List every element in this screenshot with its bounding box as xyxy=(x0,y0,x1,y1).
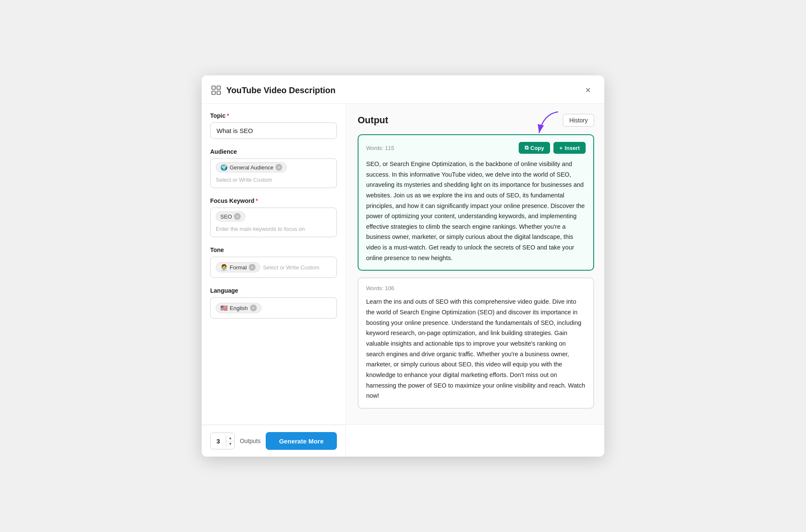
generate-button[interactable]: Generate More xyxy=(266,432,337,450)
focus-keyword-tag[interactable]: SEO × xyxy=(216,211,245,222)
focus-keyword-required-star: * xyxy=(256,197,258,204)
language-section: Language 🇺🇸 English × xyxy=(210,287,337,319)
tone-tag-emoji: 🧑‍💼 xyxy=(220,264,228,271)
audience-section: Audience 🌍 General Audience × Select or … xyxy=(210,148,337,188)
tone-placeholder: Select or Write Custom xyxy=(263,263,319,272)
topic-label: Topic * xyxy=(210,112,337,119)
topic-section: Topic * xyxy=(210,112,337,139)
copy-button[interactable]: ⧉ Copy xyxy=(519,142,550,154)
focus-keyword-label: Focus Keyword * xyxy=(210,197,337,204)
stepper-arrows: ▲ ▼ xyxy=(226,435,234,447)
svg-rect-2 xyxy=(212,91,215,94)
output-header: Output History xyxy=(358,114,594,127)
output-card-1-wrapper: Words: 115 ⧉ Copy + Insert xyxy=(358,134,594,271)
topic-input[interactable] xyxy=(210,122,337,139)
modal-footer: ▲ ▼ Outputs Generate More xyxy=(202,424,604,457)
svg-rect-1 xyxy=(217,86,220,89)
card-1-top-row: Words: 115 ⧉ Copy + Insert xyxy=(366,142,586,154)
audience-placeholder: Select or Write Custom xyxy=(216,176,272,184)
output-title: Output xyxy=(358,115,388,126)
focus-keyword-tag-input[interactable]: SEO × Enter the main keywords to focus o… xyxy=(210,208,337,237)
card-1-word-count: Words: 115 xyxy=(366,145,394,151)
focus-keyword-section: Focus Keyword * SEO × Enter the main key… xyxy=(210,197,337,237)
tone-tag-input[interactable]: 🧑‍💼 Formal × Select or Write Custom xyxy=(210,257,337,278)
topic-required-star: * xyxy=(227,112,229,119)
audience-tag-emoji: 🌍 xyxy=(220,164,228,171)
right-panel: Output History xyxy=(346,104,604,424)
insert-button[interactable]: + Insert xyxy=(553,142,586,154)
right-panel-container: Output History xyxy=(346,104,604,424)
stepper-down[interactable]: ▼ xyxy=(226,441,234,447)
outputs-stepper[interactable]: ▲ ▼ xyxy=(210,432,235,449)
card-2-text: Learn the ins and outs of SEO with this … xyxy=(366,296,586,401)
insert-label: Insert xyxy=(565,145,580,151)
audience-tag[interactable]: 🌍 General Audience × xyxy=(216,162,287,172)
language-tag-remove[interactable]: × xyxy=(250,305,257,311)
modal-title-row: YouTube Video Description xyxy=(210,84,336,96)
language-tag-text: English xyxy=(230,305,248,311)
modal-body: Topic * Audience 🌍 General Audience × Se… xyxy=(202,104,604,424)
footer-spacer xyxy=(346,425,604,457)
tone-section: Tone 🧑‍💼 Formal × Select or Write Custom xyxy=(210,247,337,278)
audience-tag-text: General Audience xyxy=(230,164,273,171)
card-2-top-row: Words: 106 xyxy=(366,285,586,291)
close-button[interactable]: × xyxy=(582,83,594,97)
card-2-word-count: Words: 106 xyxy=(366,285,394,291)
outputs-label: Outputs xyxy=(240,438,261,444)
stepper-up[interactable]: ▲ xyxy=(226,435,234,441)
tone-tag-text: Formal xyxy=(230,264,247,271)
tone-tag[interactable]: 🧑‍💼 Formal × xyxy=(216,262,260,272)
modal-title: YouTube Video Description xyxy=(226,86,336,95)
language-label: Language xyxy=(210,287,337,294)
history-button[interactable]: History xyxy=(563,114,594,127)
language-tag[interactable]: 🇺🇸 English × xyxy=(216,303,261,313)
copy-icon: ⧉ xyxy=(525,144,528,151)
svg-rect-3 xyxy=(217,91,220,94)
audience-label: Audience xyxy=(210,148,337,155)
audience-tag-input[interactable]: 🌍 General Audience × Select or Write Cus… xyxy=(210,158,337,188)
tone-tag-remove[interactable]: × xyxy=(249,264,256,271)
svg-rect-0 xyxy=(212,86,215,89)
card-1-text: SEO, or Search Engine Optimization, is t… xyxy=(366,159,586,263)
outputs-value[interactable] xyxy=(211,438,226,445)
card-1-actions: ⧉ Copy + Insert xyxy=(519,142,586,154)
audience-tag-remove[interactable]: × xyxy=(275,164,282,171)
left-panel: Topic * Audience 🌍 General Audience × Se… xyxy=(202,104,346,424)
focus-keyword-placeholder: Enter the main keywords to focus on xyxy=(216,225,305,233)
output-card-2: Words: 106 Learn the ins and outs of SEO… xyxy=(358,277,594,408)
language-tag-emoji: 🇺🇸 xyxy=(220,305,228,311)
focus-keyword-tag-remove[interactable]: × xyxy=(234,213,241,220)
insert-icon: + xyxy=(559,145,563,151)
tone-label: Tone xyxy=(210,247,337,253)
youtube-description-modal: YouTube Video Description × Topic * Audi… xyxy=(202,75,604,457)
copy-label: Copy xyxy=(531,145,545,151)
bottom-bar: ▲ ▼ Outputs Generate More xyxy=(202,425,346,457)
language-tag-input[interactable]: 🇺🇸 English × xyxy=(210,297,337,319)
output-card-1: Words: 115 ⧉ Copy + Insert xyxy=(358,134,594,271)
grid-icon xyxy=(210,84,222,96)
modal-header: YouTube Video Description × xyxy=(202,75,604,104)
focus-keyword-tag-text: SEO xyxy=(220,213,232,220)
